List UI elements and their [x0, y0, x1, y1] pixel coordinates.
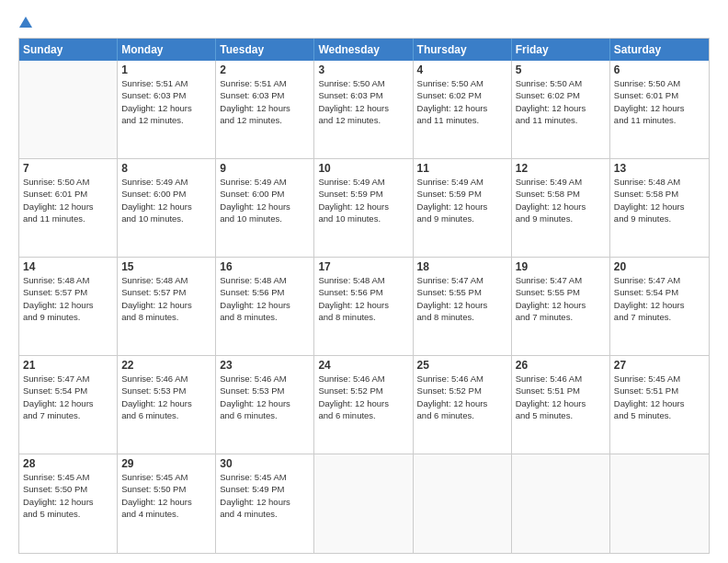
info-line: and 10 minutes. — [220, 213, 310, 224]
info-line: Daylight: 12 hours — [614, 299, 705, 311]
info-line: Daylight: 12 hours — [417, 102, 507, 114]
cell-info: Sunrise: 5:49 AMSunset: 6:00 PMDaylight:… — [220, 176, 310, 224]
day-header-tuesday: Tuesday — [216, 39, 314, 61]
logo-triangle-icon — [19, 17, 32, 28]
info-line: Daylight: 12 hours — [121, 299, 211, 311]
cell-info: Sunrise: 5:48 AMSunset: 5:56 PMDaylight:… — [220, 274, 310, 323]
calendar-cell: 4Sunrise: 5:50 AMSunset: 6:02 PMDaylight… — [414, 61, 512, 158]
info-line: Sunset: 6:03 PM — [220, 89, 310, 101]
day-number: 9 — [220, 162, 310, 175]
cell-info: Sunrise: 5:48 AMSunset: 5:56 PMDaylight:… — [318, 274, 408, 323]
cell-info: Sunrise: 5:45 AMSunset: 5:49 PMDaylight:… — [220, 471, 310, 520]
info-line: Daylight: 12 hours — [23, 299, 113, 311]
info-line: Sunset: 5:58 PM — [516, 188, 606, 200]
info-line: and 11 minutes. — [417, 114, 507, 126]
day-number: 20 — [614, 260, 705, 273]
info-line: and 8 minutes. — [417, 311, 507, 323]
calendar-cell: 20Sunrise: 5:47 AMSunset: 5:54 PMDayligh… — [610, 258, 709, 355]
info-line: Sunset: 5:55 PM — [417, 286, 507, 298]
day-header-thursday: Thursday — [414, 39, 512, 61]
info-line: and 6 minutes. — [417, 409, 507, 421]
info-line: Daylight: 12 hours — [614, 201, 705, 213]
info-line: Sunrise: 5:51 AM — [220, 77, 310, 89]
calendar-cell: 9Sunrise: 5:49 AMSunset: 6:00 PMDaylight… — [216, 159, 314, 257]
info-line: Sunset: 5:51 PM — [614, 385, 705, 396]
logo-icon — [18, 17, 32, 29]
info-line: Daylight: 12 hours — [318, 201, 408, 213]
info-line: and 7 minutes. — [23, 409, 113, 421]
info-line: and 6 minutes. — [220, 409, 310, 421]
info-line: Sunset: 5:54 PM — [614, 286, 705, 298]
info-line: Sunrise: 5:49 AM — [516, 176, 606, 188]
info-line: and 4 minutes. — [121, 508, 211, 520]
info-line: Sunrise: 5:47 AM — [516, 274, 606, 286]
cell-info: Sunrise: 5:46 AMSunset: 5:52 PMDaylight:… — [417, 373, 507, 421]
info-line: Sunrise: 5:45 AM — [121, 471, 211, 483]
info-line: Daylight: 12 hours — [614, 397, 705, 409]
info-line: Daylight: 12 hours — [220, 102, 310, 114]
info-line: Sunrise: 5:50 AM — [614, 77, 705, 89]
info-line: Sunset: 6:03 PM — [318, 89, 408, 101]
calendar-row: 1Sunrise: 5:51 AMSunset: 6:03 PMDaylight… — [19, 61, 709, 159]
cell-info: Sunrise: 5:47 AMSunset: 5:54 PMDaylight:… — [23, 373, 113, 421]
info-line: Sunset: 6:01 PM — [23, 188, 113, 200]
info-line: Sunrise: 5:50 AM — [23, 176, 113, 188]
calendar-cell: 30Sunrise: 5:45 AMSunset: 5:49 PMDayligh… — [216, 454, 314, 553]
info-line: Sunrise: 5:49 AM — [220, 176, 310, 188]
info-line: Daylight: 12 hours — [23, 397, 113, 409]
calendar-row: 28Sunrise: 5:45 AMSunset: 5:50 PMDayligh… — [19, 454, 709, 553]
info-line: Daylight: 12 hours — [220, 299, 310, 311]
day-number: 26 — [516, 359, 606, 372]
day-number: 22 — [121, 359, 211, 372]
info-line: Sunrise: 5:50 AM — [417, 77, 507, 89]
cell-info: Sunrise: 5:50 AMSunset: 6:01 PMDaylight:… — [614, 77, 705, 126]
calendar-cell: 26Sunrise: 5:46 AMSunset: 5:51 PMDayligh… — [512, 356, 610, 454]
day-number: 30 — [220, 457, 310, 470]
info-line: Sunset: 6:00 PM — [220, 188, 310, 200]
cell-info: Sunrise: 5:45 AMSunset: 5:50 PMDaylight:… — [23, 471, 113, 520]
day-headers: SundayMondayTuesdayWednesdayThursdayFrid… — [19, 39, 709, 61]
info-line: Sunset: 5:50 PM — [121, 483, 211, 495]
calendar-cell: 11Sunrise: 5:49 AMSunset: 5:59 PMDayligh… — [414, 159, 512, 257]
info-line: Sunset: 5:58 PM — [614, 188, 705, 200]
day-header-saturday: Saturday — [610, 39, 709, 61]
info-line: Daylight: 12 hours — [614, 102, 705, 114]
info-line: Daylight: 12 hours — [417, 397, 507, 409]
info-line: Sunset: 6:00 PM — [121, 188, 211, 200]
calendar-cell: 5Sunrise: 5:50 AMSunset: 6:02 PMDaylight… — [512, 61, 610, 158]
cell-info: Sunrise: 5:50 AMSunset: 6:03 PMDaylight:… — [318, 77, 408, 126]
info-line: Sunset: 5:57 PM — [23, 286, 113, 298]
info-line: Sunrise: 5:48 AM — [318, 274, 408, 286]
info-line: Sunset: 6:01 PM — [614, 89, 705, 101]
info-line: Sunrise: 5:46 AM — [121, 373, 211, 385]
calendar-row: 21Sunrise: 5:47 AMSunset: 5:54 PMDayligh… — [19, 356, 709, 454]
info-line: Sunset: 5:55 PM — [516, 286, 606, 298]
calendar-cell: 15Sunrise: 5:48 AMSunset: 5:57 PMDayligh… — [118, 258, 216, 355]
info-line: and 12 minutes. — [121, 114, 211, 126]
cell-info: Sunrise: 5:46 AMSunset: 5:53 PMDaylight:… — [121, 373, 211, 421]
logo — [18, 17, 32, 29]
info-line: Sunset: 5:50 PM — [23, 483, 113, 495]
info-line: Sunrise: 5:46 AM — [417, 373, 507, 385]
day-number: 11 — [417, 162, 507, 175]
info-line: Sunrise: 5:50 AM — [318, 77, 408, 89]
info-line: Daylight: 12 hours — [417, 201, 507, 213]
day-number: 4 — [417, 63, 507, 76]
info-line: Sunrise: 5:46 AM — [318, 373, 408, 385]
info-line: Sunset: 5:49 PM — [220, 483, 310, 495]
day-number: 21 — [23, 359, 113, 372]
calendar-body: 1Sunrise: 5:51 AMSunset: 6:03 PMDaylight… — [19, 61, 709, 553]
info-line: Daylight: 12 hours — [220, 201, 310, 213]
cell-info: Sunrise: 5:49 AMSunset: 5:58 PMDaylight:… — [516, 176, 606, 224]
calendar-cell: 8Sunrise: 5:49 AMSunset: 6:00 PMDaylight… — [118, 159, 216, 257]
cell-info: Sunrise: 5:50 AMSunset: 6:02 PMDaylight:… — [417, 77, 507, 126]
info-line: and 10 minutes. — [318, 213, 408, 224]
cell-info: Sunrise: 5:48 AMSunset: 5:57 PMDaylight:… — [121, 274, 211, 323]
info-line: and 6 minutes. — [318, 409, 408, 421]
calendar: SundayMondayTuesdayWednesdayThursdayFrid… — [18, 38, 710, 554]
info-line: and 9 minutes. — [516, 213, 606, 224]
info-line: Daylight: 12 hours — [516, 299, 606, 311]
day-header-friday: Friday — [512, 39, 610, 61]
day-number: 24 — [318, 359, 408, 372]
calendar-cell: 22Sunrise: 5:46 AMSunset: 5:53 PMDayligh… — [118, 356, 216, 454]
